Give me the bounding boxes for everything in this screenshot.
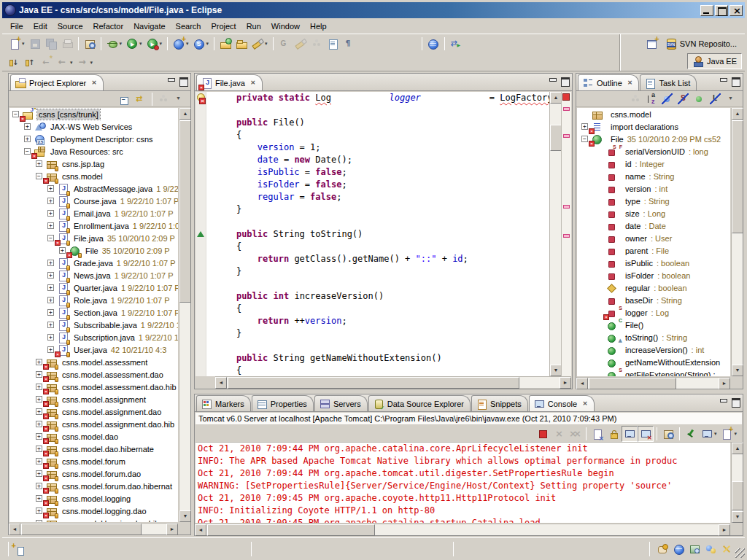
tree-item[interactable]: +×csns.model.logging.dao [9, 505, 178, 517]
sort-button[interactable] [643, 91, 659, 107]
maximize-view-icon[interactable] [732, 398, 740, 405]
outline-item[interactable]: parent: File [577, 244, 730, 257]
job-hand-icon[interactable] [657, 543, 668, 555]
expand-toggle[interactable]: − [12, 111, 19, 117]
view-tab-project-explorer[interactable]: Project Explorer× [10, 74, 104, 90]
tree-item[interactable]: +×csns.model.assignment.dao [9, 405, 178, 418]
tree-item[interactable]: +×csns.model.assessment.dao.hib [9, 381, 178, 393]
scroll-lock-button[interactable] [605, 426, 622, 442]
title-bar[interactable]: Java EE - csns/src/csns/model/File.java … [2, 2, 745, 18]
tree-item[interactable]: +×csns.model.dao.hibernate [9, 443, 178, 455]
focus-button[interactable] [627, 91, 643, 107]
tree-item[interactable]: +×User.java42 10/21/10 4:3 [9, 343, 178, 356]
outline-item[interactable]: csns.model [577, 108, 730, 120]
maximize-view-icon[interactable] [561, 77, 569, 85]
view-menu-button[interactable] [171, 91, 187, 107]
close-icon[interactable]: × [582, 400, 588, 407]
overview-mark[interactable] [563, 234, 570, 238]
sync-button[interactable] [448, 36, 464, 52]
show-stdout-button[interactable] [622, 426, 638, 442]
outline-item[interactable]: name: String [577, 170, 730, 182]
expand-toggle[interactable]: + [581, 123, 588, 130]
minimize-button[interactable] [700, 5, 713, 16]
tree-item[interactable]: +Grade.java1 9/22/10 1:07 P [9, 257, 178, 269]
vertical-scrollbar[interactable]: ▲ ▼ [179, 108, 190, 522]
view-menu-button[interactable] [724, 91, 740, 107]
next-annotation-button[interactable] [7, 55, 23, 71]
vertical-scrollbar[interactable]: ▲ ▼ [731, 443, 743, 523]
tree-item[interactable]: +×csns.model.assessment.dao [9, 368, 178, 381]
view-tab-properties[interactable]: Properties [252, 395, 314, 411]
import-button[interactable] [217, 36, 233, 52]
tree-item[interactable]: +Quarter.java1 9/22/10 1:07 P [9, 281, 178, 294]
link-with-editor-button[interactable] [133, 91, 149, 107]
expand-toggle[interactable]: + [24, 136, 31, 142]
show-doc-button[interactable] [325, 36, 341, 52]
export-button[interactable] [233, 36, 249, 52]
outline-item[interactable]: isFolder: boolean [577, 269, 730, 281]
focus-button[interactable] [155, 91, 171, 107]
expand-toggle[interactable]: + [24, 123, 31, 130]
hide-non-public-button[interactable] [692, 91, 708, 107]
brush-tool-button[interactable] [293, 36, 309, 52]
minimize-view-icon[interactable] [549, 77, 557, 85]
back-button[interactable]: ▾ [55, 55, 75, 71]
outline-item[interactable]: ×Slogger: Log [577, 306, 730, 319]
expand-toggle[interactable]: + [47, 334, 54, 341]
expand-toggle[interactable]: + [36, 495, 42, 502]
view-tab-data-source-explorer[interactable]: Data Source Explorer [368, 395, 471, 411]
menu-item-navigate[interactable]: Navigate [128, 20, 170, 32]
close-icon[interactable]: × [627, 79, 633, 86]
tree-item[interactable]: +×csns.model.assignment [9, 393, 178, 405]
outline-item[interactable]: id: Integer [577, 158, 730, 170]
tree-item[interactable]: +Course.java1 9/22/10 1:07 P [9, 195, 178, 207]
terminate-button[interactable] [535, 426, 551, 442]
minimize-view-icon[interactable] [719, 398, 727, 405]
view-tab-markers[interactable]: Markers [196, 395, 251, 411]
expand-toggle[interactable]: + [36, 160, 42, 167]
expand-toggle[interactable]: + [36, 520, 42, 522]
horizontal-scrollbar[interactable]: ◄ ► [576, 377, 730, 389]
menu-item-search[interactable]: Search [171, 20, 206, 32]
maximize-view-icon[interactable] [179, 77, 187, 85]
tree-item[interactable]: +JAX-WS Web Services [9, 120, 178, 133]
console-output[interactable]: Oct 21, 2010 7:09:44 PM org.apache.catal… [196, 443, 730, 523]
tree-item[interactable]: +×csns.model.logging [9, 492, 178, 505]
outline-item[interactable]: baseDir: String [577, 294, 730, 306]
outline-item[interactable]: getNameWithoutExtension [577, 356, 730, 368]
expand-toggle[interactable]: + [36, 433, 42, 440]
menu-item-source[interactable]: Source [53, 20, 88, 32]
outline-item[interactable]: +×import declarations [577, 120, 730, 133]
run-server-button[interactable]: ▾ [144, 36, 165, 52]
overview-mark[interactable] [563, 107, 570, 111]
outline-item[interactable]: type: String [577, 195, 730, 207]
generate-button[interactable] [276, 36, 293, 52]
expand-toggle[interactable]: + [47, 284, 54, 291]
expand-toggle[interactable]: − [47, 235, 54, 241]
tree-item[interactable]: +×File35 10/20/10 2:09 P [9, 244, 178, 257]
job-spheres-icon[interactable] [705, 543, 716, 555]
horizontal-scrollbar[interactable]: ◄ ► [215, 376, 571, 388]
annotate-button[interactable]: ▾ [249, 36, 270, 52]
job-star-icon[interactable] [721, 543, 732, 555]
minimize-view-icon[interactable] [167, 77, 175, 85]
menu-item-project[interactable]: Project [206, 20, 241, 32]
outline-item[interactable]: owner: User [577, 232, 730, 244]
menu-item-file[interactable]: File [5, 20, 28, 32]
new-wizard-button[interactable]: ▾ [7, 36, 27, 52]
menu-item-help[interactable]: Help [305, 20, 332, 32]
outline-item[interactable]: CFile() [577, 319, 730, 331]
expand-toggle[interactable]: + [36, 408, 42, 415]
expand-toggle[interactable]: + [36, 396, 42, 402]
vertical-scrollbar[interactable]: ▲ ▼ [731, 108, 743, 376]
tree-item[interactable]: +×csns.model.assignment.dao.hib [9, 418, 178, 430]
tree-item[interactable]: −×File.java35 10/20/10 2:09 P [9, 232, 178, 244]
outline-item[interactable]: SgetFileExtension(String) : [577, 368, 730, 376]
tree-item[interactable]: −×*csns [csns/trunk] [9, 108, 178, 120]
job-image-icon[interactable] [689, 543, 700, 555]
expand-toggle[interactable]: + [47, 210, 54, 217]
view-tab-servers[interactable]: Servers [314, 395, 368, 411]
view-tab-snippets[interactable]: Snippets [471, 395, 528, 411]
remove-all-launches-button[interactable] [567, 426, 583, 442]
menu-item-refactor[interactable]: Refactor [88, 20, 129, 32]
